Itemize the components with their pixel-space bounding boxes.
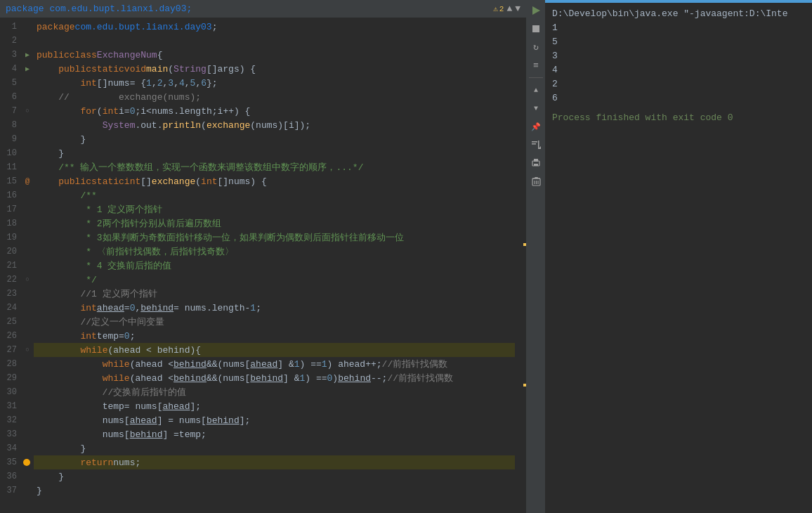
- var-behind-32: behind: [207, 415, 240, 426]
- fn-println: println: [162, 120, 201, 131]
- eq-7: =: [124, 106, 130, 117]
- and-29: &&(nums[: [207, 373, 250, 384]
- cm-23: //1 定义两个指针: [37, 287, 157, 300]
- kw-public-15: public: [58, 176, 91, 187]
- ind-4[interactable]: ▶: [21, 65, 34, 73]
- print-btn[interactable]: [528, 155, 544, 171]
- svg-rect-8: [534, 164, 538, 166]
- paren-15: (: [195, 176, 201, 187]
- scroll-up-btn[interactable]: ▲: [528, 82, 544, 98]
- line-num-7: 7: [0, 106, 21, 116]
- num-2: 2: [157, 78, 163, 89]
- fold-arrow-3[interactable]: ▶: [25, 51, 30, 59]
- breakpoint-area-27[interactable]: ○: [25, 346, 29, 353]
- fn-main: main: [146, 64, 168, 74]
- rerun-button[interactable]: ↻: [528, 39, 544, 55]
- line-num-26: 26: [0, 331, 21, 341]
- line-num-29: 29: [0, 373, 21, 383]
- code-line-22: */: [34, 273, 515, 287]
- num-0-29: 0: [327, 373, 333, 384]
- pp-7: ++) {: [223, 106, 250, 117]
- semi-7: ;: [135, 106, 140, 117]
- build-button[interactable]: ≡: [528, 58, 544, 73]
- semi-26: ;: [130, 331, 136, 342]
- kw-while-29: while: [103, 373, 130, 384]
- semi-24: ;: [256, 303, 261, 313]
- output-path: D:\Develop\bin\java.exe "-javaagent:D:\I…: [552, 7, 805, 21]
- code-line-26: int temp = 0;: [34, 329, 515, 343]
- code-line-37: }: [34, 483, 515, 498]
- var-behind2-29: behind: [250, 373, 283, 384]
- comma-5b: ,: [163, 78, 169, 89]
- line-num-4: 4: [0, 64, 21, 74]
- num-5: 5: [190, 78, 196, 89]
- brace-36: }: [58, 472, 64, 482]
- svg-rect-4: [538, 141, 539, 149]
- line-num-3: 3: [0, 50, 21, 60]
- stop-button[interactable]: [528, 21, 544, 37]
- code-line-36: }: [34, 469, 515, 483]
- indent-11: [37, 162, 58, 173]
- line-num-36: 36: [0, 472, 21, 481]
- kw-int-7: int: [103, 106, 119, 117]
- breakpoint-area-22[interactable]: ○: [25, 276, 29, 283]
- code-area[interactable]: package com.edu.bupt.lianxi.day03; publi…: [34, 18, 515, 513]
- process-exit-text: Process finished with exit code 0: [552, 111, 805, 125]
- kw-public-4: public: [58, 64, 91, 74]
- indent-4: [37, 64, 58, 74]
- nav-down-icon[interactable]: ▼: [515, 4, 520, 14]
- close-5: };: [207, 78, 218, 89]
- delete-btn[interactable]: [528, 174, 544, 189]
- var-ahead-31: ahead: [162, 401, 190, 412]
- nav-up-icon[interactable]: ▲: [506, 4, 512, 14]
- line-num-11: 11: [0, 162, 21, 172]
- divider-1: [529, 77, 543, 78]
- var-nums-35: nums;: [113, 457, 140, 468]
- kw-int2-15: int: [201, 176, 217, 187]
- ind-7: ○: [21, 108, 34, 115]
- close-31: ];: [190, 401, 201, 412]
- var-behind-29: behind: [173, 373, 207, 384]
- kw-return: return: [80, 457, 113, 468]
- cn-string: String: [173, 64, 207, 74]
- paren-7: (: [97, 106, 103, 117]
- annotation-marker-15: @: [25, 177, 30, 186]
- bracket-15: []: [140, 176, 152, 187]
- indent-9: [37, 134, 80, 145]
- code-line-29: while (ahead < behind &&(nums[behind] & …: [34, 371, 515, 385]
- format-btn[interactable]: [528, 137, 544, 152]
- num-0-24: 0: [130, 303, 136, 313]
- var-args: args: [218, 64, 240, 74]
- output-num-2: 5: [552, 35, 805, 49]
- code-line-5: int[] nums = {1,2,3,4,5,6};: [34, 76, 515, 90]
- indent-29: [37, 373, 103, 384]
- close-29: ] &: [283, 373, 299, 384]
- line-num-30: 30: [0, 387, 21, 397]
- down-icon: ▼: [534, 105, 538, 112]
- cm-28: //前指针找偶数: [382, 358, 448, 370]
- indent-32: [37, 415, 103, 426]
- class-name: ExchangeNum: [97, 50, 157, 60]
- fold-arrow-4[interactable]: ▶: [25, 65, 30, 73]
- eq-31: = nums[: [124, 401, 163, 412]
- output-body: D:\Develop\bin\java.exe "-javaagent:D:\I…: [545, 3, 812, 513]
- scroll-down-btn[interactable]: ▼: [528, 100, 544, 116]
- code-line-27: while(ahead < behind){: [34, 343, 515, 357]
- run-button[interactable]: [528, 3, 544, 18]
- line-num-31: 31: [0, 401, 21, 411]
- eq-26: =: [119, 331, 124, 342]
- build-icon: ≡: [533, 60, 539, 71]
- kw-class: class: [70, 50, 97, 60]
- line-num-21: 21: [0, 261, 21, 271]
- eq2-24: = nums.: [173, 303, 212, 313]
- kw-int-15: int: [124, 176, 140, 187]
- ind-3[interactable]: ▶: [21, 51, 34, 59]
- cm-30: //交换前后指针的值: [37, 386, 186, 398]
- pin-btn[interactable]: 📌: [528, 119, 544, 134]
- warning-mark-top: [523, 243, 526, 246]
- ind-15: @: [21, 177, 34, 186]
- cm-11: /** 输入一个整数数组，实现一个函数来调整该数组中数字的顺序，...*/: [58, 161, 363, 174]
- close-32a: ] = nums[: [157, 415, 207, 426]
- breakpoint-area-7[interactable]: ○: [25, 108, 29, 115]
- num-1: 1: [146, 78, 152, 89]
